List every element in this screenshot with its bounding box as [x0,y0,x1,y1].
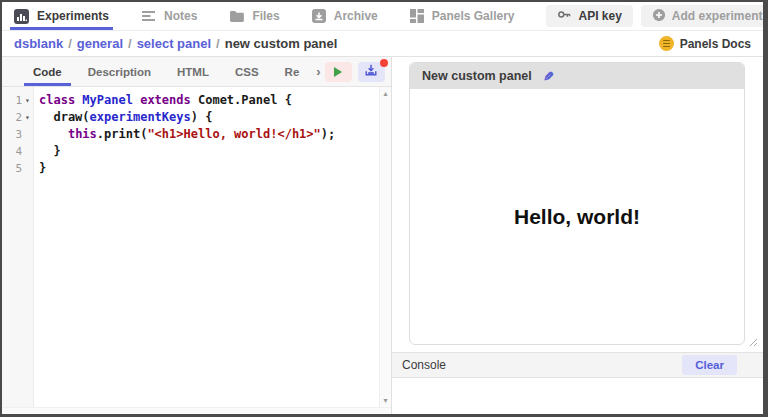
code-editor[interactable]: 1▾2▾345 class MyPanel extends Comet.Pane… [2,87,391,407]
fold-arrow-icon[interactable]: ▾ [22,92,33,109]
editor-vertical-scrollbar[interactable]: ▴ ▾ [379,87,391,407]
line-number-gutter: 1▾2▾345 [2,87,34,407]
nav-item-label: Panels Gallery [432,9,515,23]
archive-box-icon [312,9,326,23]
top-nav-items: ExperimentsNotesFilesArchivePanels Galle… [14,2,546,30]
line-number: 2▾ [2,109,33,126]
line-number: 3 [2,126,33,143]
panel-card-header: New custom panel ✎ [410,63,744,89]
add-experiment-button[interactable]: Add experiment [641,5,768,27]
console-label: Console [402,358,446,372]
download-button[interactable] [358,62,385,82]
panel-card: New custom panel ✎ Hello, world! [409,62,745,345]
breadcrumb-separator: / [128,36,132,51]
download-icon [364,64,378,80]
nav-item-experiments[interactable]: Experiments [14,2,109,30]
api-key-label: API key [578,9,621,23]
add-experiment-label: Add experiment [672,9,763,23]
fold-arrow-icon[interactable]: ▾ [22,109,33,126]
folder-icon [229,10,244,22]
tab-re[interactable]: Re [272,57,313,86]
docs-badge-icon [659,36,674,51]
nav-item-archive[interactable]: Archive [312,2,378,30]
line-number: 1▾ [2,92,33,109]
editor-tabs: CodeDescriptionHTMLCSSRe [20,57,312,86]
tab-description[interactable]: Description [75,57,164,86]
nav-item-label: Notes [164,9,197,23]
panel-output-text: Hello, world! [514,205,640,229]
nav-item-panels-gallery[interactable]: Panels Gallery [410,2,515,30]
editor-horizontal-scrollbar[interactable] [2,407,391,414]
edit-title-icon[interactable]: ✎ [543,69,554,84]
line-number: 4 [2,143,33,160]
breadcrumb-link[interactable]: select panel [137,36,211,51]
scroll-down-icon[interactable]: ▾ [383,396,387,405]
notes-lines-icon [141,10,156,22]
console-output-area [392,378,763,414]
resize-grip-icon[interactable] [749,333,758,351]
breadcrumb-row: dsblank/general/select panel/new custom … [2,31,763,57]
tab-code[interactable]: Code [20,57,75,86]
main-area: CodeDescriptionHTMLCSSRe › ⋮ 1 [2,57,763,414]
breadcrumb: dsblank/general/select panel/new custom … [14,36,337,51]
tab-overflow-chevron-icon[interactable]: › [312,64,324,79]
code-line[interactable]: class MyPanel extends Comet.Panel { [39,92,379,109]
code-editor-pane: CodeDescriptionHTMLCSSRe › ⋮ 1 [2,57,392,414]
breadcrumb-separator: / [68,36,72,51]
panel-title: New custom panel [422,69,532,83]
run-code-button[interactable] [325,62,352,82]
panel-preview-zone: New custom panel ✎ Hello, world! [392,57,763,352]
code-line[interactable]: } [39,143,379,160]
experiments-chart-icon [14,9,29,24]
key-icon [557,7,572,25]
top-nav-bar: ExperimentsNotesFilesArchivePanels Galle… [2,2,763,31]
editor-tab-bar: CodeDescriptionHTMLCSSRe › ⋮ [2,57,391,87]
nav-item-files[interactable]: Files [229,2,279,30]
code-content[interactable]: class MyPanel extends Comet.Panel { draw… [34,87,379,407]
nav-item-notes[interactable]: Notes [141,2,197,30]
breadcrumb-separator: / [216,36,220,51]
panels-grid-icon [410,9,424,23]
panel-card-body: Hello, world! [410,89,744,344]
panel-preview-pane: New custom panel ✎ Hello, world! Console… [392,57,763,414]
console-bar: Console Clear [392,352,763,378]
breadcrumb-current: new custom panel [225,36,338,51]
play-icon [334,67,342,77]
panels-docs-label: Panels Docs [680,37,751,51]
breadcrumb-link[interactable]: dsblank [14,36,63,51]
line-number: 5 [2,160,33,177]
api-key-button[interactable]: API key [546,5,632,27]
plus-circle-icon [652,8,666,25]
scroll-up-icon[interactable]: ▴ [383,89,387,98]
tab-css[interactable]: CSS [222,57,272,86]
app-window: ExperimentsNotesFilesArchivePanels Galle… [0,0,768,417]
nav-item-label: Archive [334,9,378,23]
nav-item-label: Files [252,9,279,23]
notification-badge [380,59,388,67]
code-line[interactable]: } [39,160,379,177]
nav-item-label: Experiments [37,9,109,23]
breadcrumb-link[interactable]: general [77,36,123,51]
clear-console-button[interactable]: Clear [682,355,737,375]
code-line[interactable]: this.print("<h1>Hello, world!</h1>"); [39,126,379,143]
code-line[interactable]: draw(experimentKeys) { [39,109,379,126]
tab-html[interactable]: HTML [164,57,222,86]
panels-docs-link[interactable]: Panels Docs [659,36,753,51]
topbar-actions: API key Add experiment Share [546,5,768,27]
